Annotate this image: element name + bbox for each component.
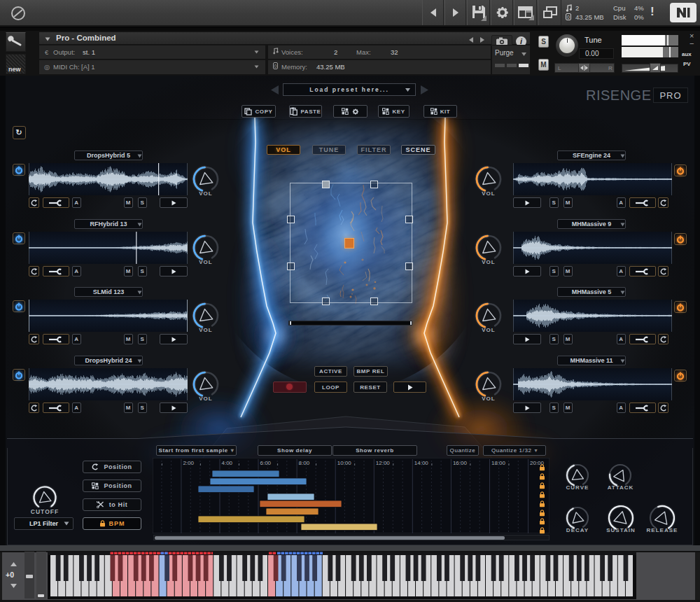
svg-text:4:00: 4:00 (222, 460, 233, 466)
svg-text:6:00: 6:00 (260, 460, 272, 466)
svg-text:14:00: 14:00 (414, 460, 429, 466)
svg-text:8:00: 8:00 (299, 460, 310, 466)
svg-text:2:00: 2:00 (183, 460, 194, 466)
svg-text:16:00: 16:00 (453, 460, 468, 466)
